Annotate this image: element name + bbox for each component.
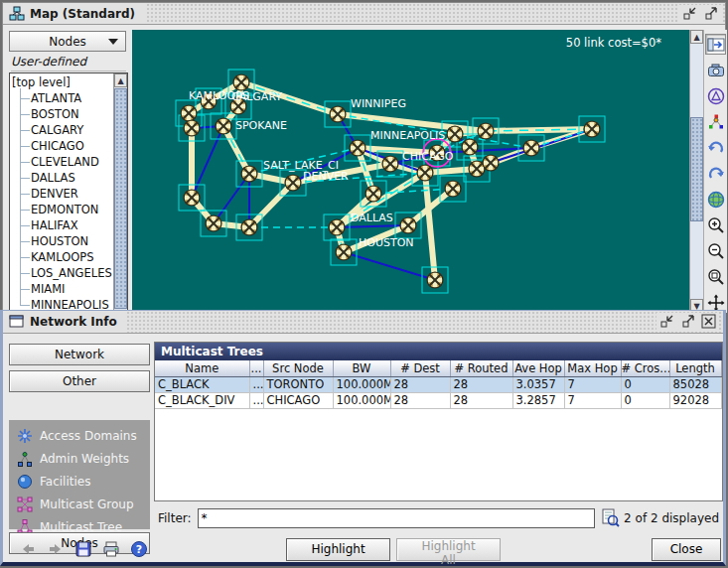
tree-item[interactable]: HALIFAX	[12, 217, 113, 233]
tree-item[interactable]: CLEVELAND	[12, 154, 113, 170]
info-window-titlebar[interactable]: Network Info	[3, 311, 723, 334]
category-item-facilities[interactable]: Facilities	[9, 470, 150, 493]
tree-item[interactable]: LOS_ANGELES	[12, 265, 113, 281]
category-item-multicast-group[interactable]: Multicast Group	[9, 493, 150, 515]
map-node[interactable]	[478, 123, 494, 139]
tree-scrollbar[interactable]: ▲	[113, 73, 127, 311]
scroll-up-button[interactable]: ▲	[114, 73, 127, 87]
map-node[interactable]	[285, 175, 301, 191]
column-header[interactable]: # Dest	[390, 360, 450, 376]
map-node[interactable]	[329, 219, 345, 235]
tree-item[interactable]: EDMONTON	[12, 202, 113, 217]
tree-item[interactable]: HOUSTON	[12, 233, 113, 249]
tree-item[interactable]: ATLANTA	[12, 90, 113, 106]
map-node[interactable]	[462, 139, 478, 155]
tree-item[interactable]: BOSTON	[12, 106, 113, 122]
map-node[interactable]	[483, 155, 499, 171]
map-node[interactable]	[181, 105, 197, 121]
column-header[interactable]: Src Node	[263, 360, 333, 376]
map-node[interactable]	[445, 181, 461, 197]
tab-other[interactable]: Other	[9, 370, 150, 392]
layout-icon[interactable]	[705, 111, 726, 132]
table-row[interactable]: C_BLACK_DIV...CHICAGO100.000M28283.28577…	[155, 392, 721, 408]
column-header[interactable]: Max Hop	[564, 360, 621, 376]
map-node[interactable]	[447, 126, 463, 142]
column-header[interactable]: BW	[333, 360, 390, 376]
map-node[interactable]	[184, 120, 200, 136]
group-label: User-defined	[11, 55, 126, 71]
maximize-icon[interactable]	[702, 5, 719, 22]
tree-item[interactable]: DENVER	[12, 186, 113, 202]
scrollbar-thumb[interactable]	[114, 88, 127, 309]
filter-label: Filter:	[158, 511, 192, 525]
column-header[interactable]: Name	[155, 360, 249, 376]
multicast-trees-table[interactable]: Name...Src NodeBW# Dest# RoutedAve HopMa…	[155, 360, 722, 409]
close-icon[interactable]	[700, 313, 717, 330]
filter-input[interactable]	[198, 508, 595, 528]
camera-icon[interactable]	[705, 60, 726, 80]
nodes-dropdown[interactable]: Nodes	[9, 31, 126, 52]
restore-icon[interactable]	[658, 313, 675, 330]
panel-toggle-icon[interactable]	[705, 34, 726, 55]
tree-item[interactable]: CHICAGO	[12, 138, 113, 154]
world-icon[interactable]	[705, 189, 726, 210]
map-node[interactable]	[330, 106, 346, 122]
map-toolbar	[703, 30, 727, 313]
column-header[interactable]: # Cros...	[621, 360, 669, 376]
map-node[interactable]	[184, 190, 200, 206]
print-icon[interactable]	[102, 540, 120, 558]
scrollbar-thumb[interactable]	[690, 117, 703, 221]
nodes-dropdown-label: Nodes	[49, 35, 86, 49]
category-item-access-domains[interactable]: Access Domains	[9, 424, 150, 447]
undo-icon[interactable]	[705, 137, 726, 158]
zoom-window-icon[interactable]	[705, 266, 726, 287]
highlight-button[interactable]: Highlight	[286, 538, 390, 561]
table-row[interactable]: C_BLACK...TORONTO100.000M28283.035770850…	[155, 376, 721, 392]
column-header[interactable]: ...	[249, 360, 263, 376]
column-header[interactable]: # Routed	[450, 360, 512, 376]
map-node[interactable]	[584, 121, 600, 137]
info-window-title: Network Info	[30, 315, 117, 329]
map-node[interactable]	[336, 244, 352, 260]
maximize-icon[interactable]	[679, 313, 696, 330]
legend-icon[interactable]	[705, 85, 726, 106]
tree-item[interactable]: DALLAS	[12, 170, 113, 186]
map-node[interactable]	[233, 74, 249, 90]
restore-icon[interactable]	[681, 5, 698, 22]
multicast-trees-panel: Multicast Trees Name...Src NodeBW# Dest#…	[154, 342, 723, 501]
save-icon[interactable]	[74, 540, 92, 558]
forward-icon[interactable]	[47, 540, 65, 558]
scroll-up-button[interactable]: ▲	[690, 30, 703, 44]
map-node[interactable]	[241, 166, 257, 182]
close-button[interactable]: Close	[652, 538, 721, 561]
back-icon[interactable]	[19, 540, 37, 558]
redo-icon[interactable]	[705, 163, 726, 184]
category-item-admin-weights[interactable]: Admin Weights	[9, 447, 150, 470]
map-node[interactable]	[241, 219, 257, 235]
tree-item[interactable]: CALGARY	[12, 122, 113, 138]
tree-item[interactable]: MIAMI	[12, 281, 113, 297]
map-node[interactable]	[400, 217, 416, 233]
map-node-label: WINNIPEG	[351, 97, 406, 110]
map-node[interactable]	[417, 165, 433, 181]
search-icon[interactable]	[601, 508, 621, 528]
map-node[interactable]	[216, 118, 231, 134]
map-scrollbar[interactable]: ▲ ▼	[689, 30, 703, 313]
map-node[interactable]	[350, 140, 365, 156]
tree-item[interactable]: KAMLOOPS	[12, 249, 113, 265]
tab-network[interactable]: Network	[9, 344, 150, 365]
tree-item[interactable]: [top level]	[12, 74, 113, 90]
highlight-all-button[interactable]: Highlight All	[396, 538, 501, 561]
map-node[interactable]	[523, 140, 539, 156]
zoom-out-icon[interactable]	[705, 240, 726, 261]
map-node[interactable]	[382, 156, 398, 172]
map-node[interactable]	[427, 272, 443, 288]
map-window-titlebar[interactable]: Map (Standard)	[3, 3, 725, 25]
column-header[interactable]: Length	[669, 360, 721, 376]
help-icon[interactable]: ?	[130, 540, 148, 558]
map-node[interactable]	[206, 215, 221, 231]
column-header[interactable]: Ave Hop	[512, 360, 564, 376]
map-node[interactable]	[365, 186, 381, 202]
zoom-in-icon[interactable]	[705, 214, 726, 235]
map-canvas[interactable]: KAMLOOPSCALGARYSPOKANEWINNIPEGMINNEAPOLI…	[132, 30, 689, 313]
